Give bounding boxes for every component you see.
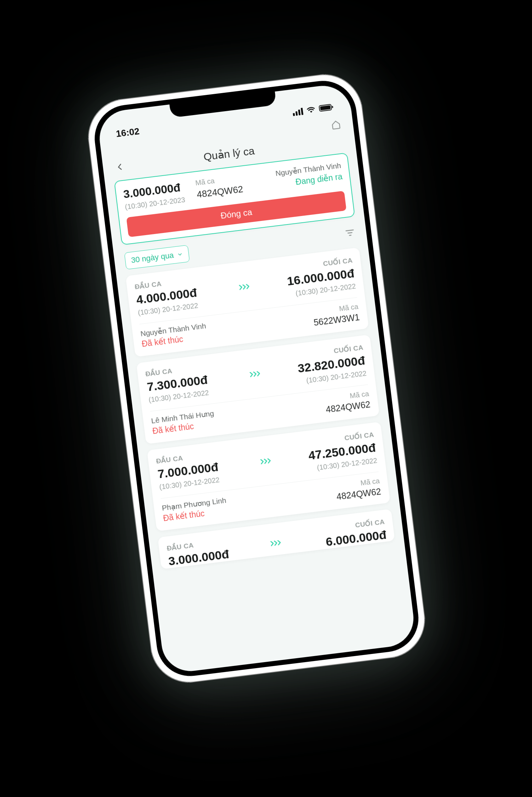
end-label: CUỐI CA [322,256,353,268]
wifi-icon [305,104,316,116]
shift-code-label: Mã ca [349,389,369,400]
transfer-arrows-icon [255,443,278,479]
end-amount: 6.000.000đ [325,528,387,549]
svg-line-4 [348,232,352,233]
filter-icon[interactable] [344,227,356,240]
shift-code: 4824QW62 [325,399,371,415]
status-time: 16:02 [115,126,140,140]
app-screen: 16:02 [96,82,417,674]
home-icon[interactable] [328,116,344,132]
end-label: CUỐI CA [355,517,385,529]
svg-rect-2 [332,106,333,108]
shift-code-label: Mã ca [338,302,359,313]
end-label: CUỐI CA [333,343,364,355]
transfer-arrows-icon [265,530,287,556]
shift-code: 5622W3W1 [313,312,360,328]
transfer-arrows-icon [244,355,267,392]
cellular-icon [292,107,303,115]
svg-line-5 [349,235,351,235]
back-button[interactable] [112,159,128,175]
date-range-label: 30 ngày qua [130,250,174,265]
shift-code-label: Mã ca [360,477,380,487]
chevron-down-icon [177,251,183,257]
svg-line-3 [346,230,353,231]
status-right [292,102,334,118]
stage: 16:02 [0,0,532,797]
end-label: CUỐI CA [344,430,374,442]
battery-icon [318,102,334,114]
phone-bezel: 16:02 [91,77,422,680]
svg-rect-1 [320,105,331,110]
shift-history-list[interactable]: ĐẦU CA 4.000.000đ (10:30) 20-12-2022 [115,240,417,674]
phone-frame: 16:02 [84,70,429,687]
transfer-arrows-icon [234,268,257,304]
tilt-wrapper: 16:02 [84,70,429,687]
shift-code: 4824QW62 [336,486,382,502]
